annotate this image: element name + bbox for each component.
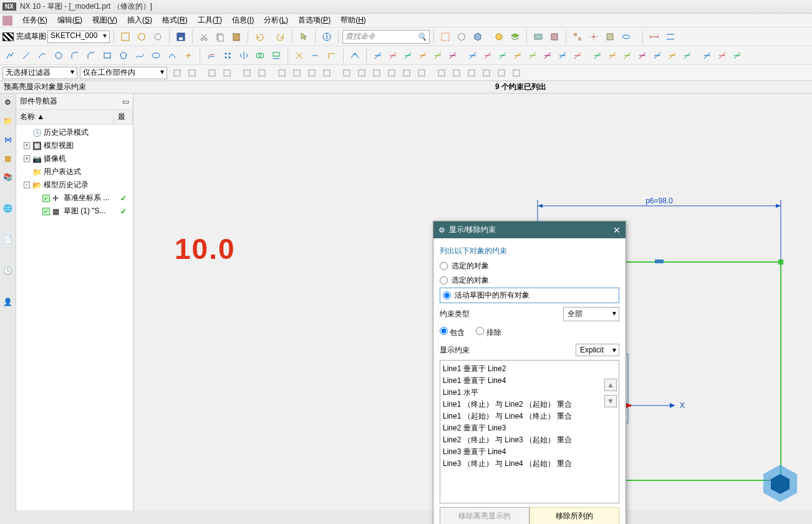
filter-tool-11[interactable] bbox=[354, 66, 369, 80]
filter-tool-5[interactable] bbox=[254, 66, 269, 80]
tb-part-icon[interactable] bbox=[547, 29, 562, 44]
tb-view-icon[interactable] bbox=[619, 29, 634, 44]
menu-信息[interactable]: 信息(I) bbox=[227, 14, 259, 26]
tb-profile-icon[interactable] bbox=[2, 48, 17, 63]
sketch-name-select[interactable]: SKETCH_000 bbox=[47, 31, 110, 43]
constraint-tool-15[interactable] bbox=[605, 48, 620, 63]
constraint-tool-11[interactable] bbox=[540, 48, 555, 63]
tb-chamfer-icon[interactable] bbox=[84, 48, 99, 63]
constraint-type-select[interactable]: 全部 bbox=[563, 307, 619, 321]
tree-row[interactable]: ✓✛基准坐标系 ...✓ bbox=[16, 192, 133, 205]
tree-row[interactable]: -📂模型历史记录 bbox=[16, 178, 133, 192]
remove-listed-button[interactable]: 移除所列的 bbox=[529, 507, 619, 524]
menu-分析[interactable]: 分析(L) bbox=[259, 14, 293, 26]
tb-save-icon[interactable] bbox=[173, 29, 188, 44]
tb-shaded-icon[interactable] bbox=[470, 29, 485, 44]
menu-帮助[interactable]: 帮助(H) bbox=[336, 14, 371, 26]
tb-fit-icon[interactable] bbox=[438, 29, 453, 44]
filter-tool-2[interactable] bbox=[205, 66, 220, 80]
tb-sketch-icon[interactable] bbox=[118, 29, 133, 44]
tb-spline-icon[interactable] bbox=[132, 48, 147, 63]
filter-tool-18[interactable] bbox=[464, 66, 479, 80]
tb-offset-icon[interactable] bbox=[204, 48, 219, 63]
tb-assembly-icon[interactable] bbox=[570, 29, 585, 44]
tree-check-icon[interactable]: ✓ bbox=[42, 195, 50, 202]
filter-tool-12[interactable] bbox=[369, 66, 384, 80]
filter-tool-15[interactable] bbox=[414, 66, 429, 80]
filter-tool-9[interactable] bbox=[319, 66, 334, 80]
tb-wireframe-icon[interactable] bbox=[454, 29, 469, 44]
constraint-tool-12[interactable] bbox=[555, 48, 570, 63]
tree-check-icon[interactable]: ✓ bbox=[42, 208, 50, 215]
menu-首选项[interactable]: 首选项(P) bbox=[293, 14, 336, 26]
scope-filter-select[interactable]: 仅在工作部件内 bbox=[80, 67, 167, 79]
constraint-tool-0[interactable] bbox=[370, 48, 385, 63]
constraint-tool-2[interactable] bbox=[400, 48, 415, 63]
tb-cube-icon[interactable] bbox=[134, 29, 149, 44]
tree-row[interactable]: ✓▦草图 (1) "S...✓ bbox=[16, 205, 133, 218]
show-constraint-select[interactable]: Explicit bbox=[576, 344, 619, 356]
menu-格式[interactable]: 格式(R) bbox=[157, 14, 193, 26]
filter-tool-16[interactable] bbox=[434, 66, 449, 80]
navigator-pin-icon[interactable]: ▭ bbox=[122, 97, 129, 106]
filter-tool-0[interactable] bbox=[170, 66, 185, 80]
radio3[interactable] bbox=[443, 291, 451, 299]
tb-arc-icon[interactable] bbox=[35, 48, 50, 63]
constraint-tool-19[interactable] bbox=[665, 48, 680, 63]
tb-corner-icon[interactable] bbox=[324, 48, 339, 63]
menu-视图[interactable]: 视图(V) bbox=[87, 14, 122, 26]
tb-linedim-icon[interactable] bbox=[663, 29, 678, 44]
rail-history-icon[interactable]: 🕓 bbox=[2, 264, 14, 277]
constraint-tool-21[interactable] bbox=[700, 48, 715, 63]
constraint-tool-3[interactable] bbox=[415, 48, 430, 63]
filter-tool-17[interactable] bbox=[449, 66, 464, 80]
constraint-list-item[interactable]: Line2 （终止） 与 Line3 （起始） 重合 bbox=[443, 434, 616, 446]
finish-sketch-button[interactable]: 完成草图 bbox=[2, 31, 46, 42]
tb-layer-icon[interactable] bbox=[508, 29, 523, 44]
dialog-titlebar[interactable]: ⚙ 显示/移除约束 ✕ bbox=[433, 221, 626, 238]
tb-undo-icon[interactable] bbox=[252, 29, 267, 44]
tb-trim-icon[interactable] bbox=[292, 48, 307, 63]
constraint-list-item[interactable]: Line1 （起始） 与 Line4 （终止） 重合 bbox=[443, 410, 616, 422]
radio-all-in-sketch[interactable]: 活动草图中的所有对象 bbox=[440, 288, 619, 303]
tb-paste-icon[interactable] bbox=[229, 29, 244, 44]
constraint-tool-23[interactable] bbox=[730, 48, 745, 63]
rail-reuse-icon[interactable]: ▦ bbox=[2, 152, 14, 165]
navigator-tree[interactable]: 🕓历史记录模式+🔲模型视图+📷摄像机📁用户表达式-📂模型历史记录✓✛基准坐标系 … bbox=[16, 125, 133, 219]
tb-info-icon[interactable]: i bbox=[319, 29, 334, 44]
constraint-tool-6[interactable] bbox=[465, 48, 480, 63]
constraint-tool-14[interactable] bbox=[590, 48, 605, 63]
tb-pointer-icon[interactable] bbox=[296, 29, 311, 44]
rail-sheet-icon[interactable]: 📄 bbox=[2, 233, 14, 246]
constraint-tool-16[interactable] bbox=[620, 48, 635, 63]
constraint-tool-9[interactable] bbox=[510, 48, 525, 63]
constraint-tool-4[interactable] bbox=[430, 48, 445, 63]
tb-rect-icon[interactable] bbox=[100, 48, 115, 63]
rail-web-icon[interactable]: 🌐 bbox=[2, 202, 14, 215]
radio2[interactable] bbox=[440, 276, 448, 284]
constraint-tool-13[interactable] bbox=[570, 48, 585, 63]
graphics-canvas[interactable]: 10.0 p6=98.0 bbox=[133, 94, 812, 510]
constraint-tool-20[interactable] bbox=[680, 48, 695, 63]
tb-project-icon[interactable] bbox=[269, 48, 284, 63]
radio-exclude[interactable] bbox=[476, 327, 484, 335]
filter-tool-19[interactable] bbox=[479, 66, 494, 80]
tb-fillet-icon[interactable] bbox=[67, 48, 82, 63]
filter-tool-4[interactable] bbox=[239, 66, 254, 80]
radio-selected-obj-2[interactable]: 选定的对象 bbox=[440, 273, 619, 288]
tb-orient-icon[interactable] bbox=[150, 29, 165, 44]
tree-row[interactable]: +🔲模型视图 bbox=[16, 139, 133, 152]
constraint-list-item[interactable]: Line1 垂直于 Line2 bbox=[443, 363, 616, 375]
tree-row[interactable]: +📷摄像机 bbox=[16, 152, 133, 165]
expand-icon[interactable]: + bbox=[24, 142, 30, 149]
constraint-list-item[interactable]: Line2 垂直于 Line3 bbox=[443, 422, 616, 434]
remove-highlighted-button[interactable]: 移除高亮显示的 bbox=[440, 507, 529, 524]
filter-tool-6[interactable] bbox=[274, 66, 289, 80]
tree-row[interactable]: 🕓历史记录模式 bbox=[16, 126, 133, 139]
tb-point-icon[interactable] bbox=[181, 48, 196, 63]
constraint-tool-8[interactable] bbox=[495, 48, 510, 63]
constraint-tool-5[interactable] bbox=[445, 48, 460, 63]
tb-clip-icon[interactable] bbox=[531, 29, 546, 44]
tb-line-icon[interactable] bbox=[19, 48, 34, 63]
tb-extend-icon[interactable] bbox=[308, 48, 323, 63]
